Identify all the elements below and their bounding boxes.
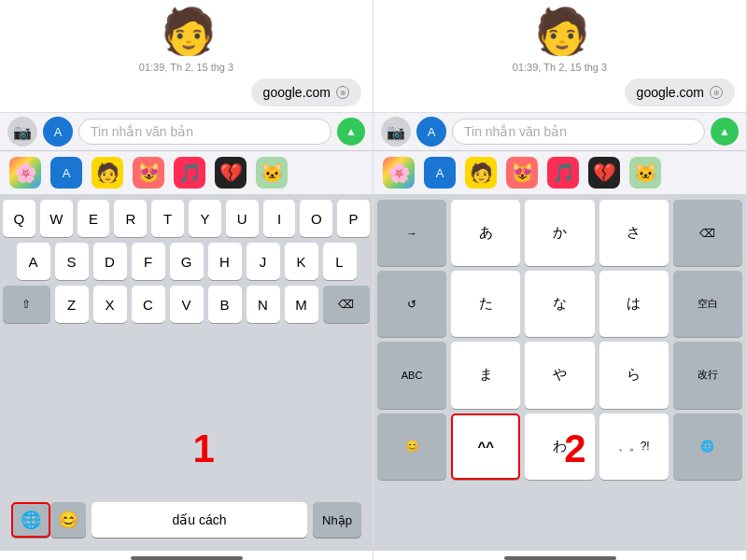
right-label: 2 [564,427,585,471]
left-timestamp: 01:39, Th 2, 15 thg 3 [139,62,233,73]
key-delete[interactable]: ⌫ [323,286,371,323]
left-enter-key[interactable]: Nhập [313,502,361,538]
key-p[interactable]: P [337,200,370,237]
key-w[interactable]: W [40,200,73,237]
jp-ma[interactable]: ま [451,342,520,408]
appstore-button[interactable]: A [43,117,73,147]
heart-icon[interactable]: 💔 [215,157,247,189]
key-s[interactable]: S [55,243,89,280]
right-bubble-text: google.com [637,85,704,100]
key-v[interactable]: V [170,286,204,323]
key-f[interactable]: F [132,243,165,280]
left-bubble-row: google.com ⊕ [0,78,373,106]
japanese-keyboard: → あ か さ ⌫ ↺ た な は 空白 ABC ま や ら 改行 😊 ^^ わ… [374,194,746,551]
right-top-area: 🧑 01:39, Th 2, 15 thg 3 google.com ⊕ [374,0,746,112]
key-b[interactable]: B [208,286,242,323]
left-top-area: 🧑 01:39, Th 2, 15 thg 3 google.com ⊕ [0,0,373,112]
left-emoji-key[interactable]: 😊 [50,502,86,538]
key-k[interactable]: K [285,243,318,280]
camera-button[interactable]: 📷 [7,117,37,147]
right-talking-tom-icon[interactable]: 🐱 [629,157,661,189]
jp-emoji[interactable]: 😊 [377,413,446,480]
jp-space-label[interactable]: 空白 [673,271,742,337]
jp-caret[interactable]: ^^ [451,413,520,480]
right-heart-icon[interactable]: 💔 [588,157,620,189]
jp-undo[interactable]: ↺ [377,271,446,337]
left-bubble: google.com ⊕ [251,78,361,106]
key-h[interactable]: H [208,243,242,280]
key-j[interactable]: J [247,243,280,280]
left-text-input[interactable]: Tin nhắn văn bản [78,119,331,145]
right-photos-icon[interactable]: 🌸 [383,157,415,189]
jp-enter[interactable]: 改行 [673,342,742,408]
right-appstore-button[interactable]: A [416,117,446,147]
left-panel: 🧑 01:39, Th 2, 15 thg 3 google.com ⊕ 📷 A… [0,0,374,560]
key-n[interactable]: N [247,286,280,323]
left-row-1: Q W E R T Y U I O P [3,200,370,237]
jp-ka[interactable]: か [525,200,594,266]
key-a[interactable]: A [17,243,50,280]
right-panel: 🧑 01:39, Th 2, 15 thg 3 google.com ⊕ 📷 A… [374,0,747,560]
right-send-button[interactable] [711,118,739,146]
key-t[interactable]: T [151,200,184,237]
photos-app-icon[interactable]: 🌸 [9,157,41,189]
key-x[interactable]: X [93,286,127,323]
key-i[interactable]: I [263,200,296,237]
music-icon[interactable]: 🎵 [174,157,205,189]
right-app-strip: 🌸 A 🧑 😻 🎵 💔 🐱 [374,150,746,194]
right-home-indicator [504,556,616,560]
right-bubble-row: google.com ⊕ [374,78,746,106]
left-globe-key[interactable]: 🌐 [11,502,50,538]
jp-sa[interactable]: さ [599,200,669,266]
key-l[interactable]: L [323,243,357,280]
jp-arrow-right[interactable]: → [377,200,446,266]
key-d[interactable]: D [93,243,127,280]
key-o[interactable]: O [300,200,332,237]
jp-ha[interactable]: は [599,271,669,337]
key-z[interactable]: Z [55,286,89,323]
compass-icon: ⊕ [336,86,349,99]
talking-tom-icon[interactable]: 🐱 [256,157,288,189]
left-app-strip: 🌸 A 🧑 😻 🎵 💔 🐱 [0,150,373,194]
right-bubble: google.com ⊕ [625,78,735,106]
jp-ta[interactable]: た [451,271,520,337]
right-appstore-icon[interactable]: A [424,157,456,189]
key-u[interactable]: U [226,200,259,237]
left-keyboard: Q W E R T Y U I O P A S D F G H J K L ⇧ … [0,194,373,498]
jp-na[interactable]: な [525,271,594,337]
right-memoji: 🧑 [534,6,586,58]
left-send-button[interactable] [337,118,365,146]
left-input-toolbar: 📷 A Tin nhắn văn bản [0,112,373,150]
key-shift[interactable]: ⇧ [3,286,50,323]
right-faces-icon[interactable]: 😻 [506,157,538,189]
left-row-3: ⇧ Z X C V B N M ⌫ [3,286,370,323]
appstore-icon[interactable]: A [50,157,82,189]
key-e[interactable]: E [78,200,110,237]
key-y[interactable]: Y [189,200,221,237]
jp-ra[interactable]: ら [599,342,669,408]
jp-a[interactable]: あ [451,200,520,266]
right-music-icon[interactable]: 🎵 [547,157,579,189]
right-timestamp: 01:39, Th 2, 15 thg 3 [513,62,607,73]
faces-icon[interactable]: 😻 [133,157,164,189]
memoji-app-icon[interactable]: 🧑 [92,157,123,189]
key-q[interactable]: Q [3,200,35,237]
right-text-input[interactable]: Tin nhắn văn bản [452,119,705,145]
jp-abc[interactable]: ABC [377,342,446,408]
left-bottom-bar: 🌐 😊 dấu cách Nhập [0,498,373,551]
jp-globe[interactable]: 🌐 [673,413,742,480]
left-home-indicator [131,556,243,560]
jp-ya[interactable]: や [525,342,594,408]
left-input-placeholder: Tin nhắn văn bản [91,124,193,139]
right-compass-icon: ⊕ [710,86,723,99]
jp-backspace[interactable]: ⌫ [673,200,742,266]
key-c[interactable]: C [132,286,165,323]
key-m[interactable]: M [285,286,318,323]
right-memoji-icon[interactable]: 🧑 [465,157,497,189]
key-g[interactable]: G [170,243,204,280]
right-input-placeholder: Tin nhắn văn bản [464,124,567,139]
left-space-key[interactable]: dấu cách [92,502,307,538]
right-camera-button[interactable]: 📷 [381,117,411,147]
jp-punct[interactable]: 、。?! [599,413,669,480]
key-r[interactable]: R [114,200,147,237]
